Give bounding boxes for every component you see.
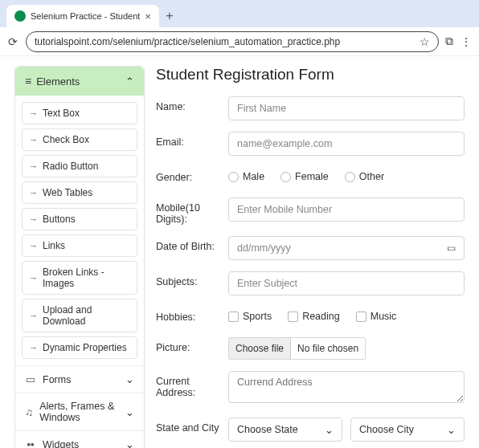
sidebar-item-text-box[interactable]: →Text Box xyxy=(22,102,137,124)
label-dob: Date of Birth: xyxy=(156,236,228,252)
chevron-up-icon: ⌃ xyxy=(125,75,134,88)
arrow-icon: → xyxy=(29,273,38,283)
extensions-icon[interactable]: ⧉ xyxy=(445,35,453,48)
chevron-down-icon: ⌄ xyxy=(325,424,334,436)
label-subjects: Subjects: xyxy=(156,271,228,287)
url-text: tutorialspoint.com/selenium/practice/sel… xyxy=(35,36,340,47)
close-icon[interactable]: × xyxy=(145,10,151,22)
label-mobile: Mobile(10 Digits): xyxy=(156,198,228,225)
sidebar-item-radio-button[interactable]: →Radio Button xyxy=(22,155,137,177)
chevron-down-icon: ⌄ xyxy=(125,406,134,418)
sidebar: ≡ Elements ⌃ →Text Box →Check Box →Radio… xyxy=(14,66,145,448)
page-title: Student Registration Form xyxy=(156,66,465,83)
radio-icon xyxy=(228,172,239,182)
browser-tab-bar: Selenium Practice - Student × + xyxy=(0,0,479,27)
city-select[interactable]: Choose City⌄ xyxy=(350,417,465,442)
radio-icon xyxy=(280,172,291,182)
label-email: Email: xyxy=(156,132,228,148)
chevron-down-icon: ⌄ xyxy=(125,373,134,385)
email-input[interactable] xyxy=(228,132,465,156)
new-tab-button[interactable]: + xyxy=(159,5,180,27)
address-bar: ⟳ tutorialspoint.com/selenium/practice/s… xyxy=(0,27,479,56)
mobile-input[interactable] xyxy=(228,198,465,222)
checkbox-icon xyxy=(356,312,366,322)
bell-icon: ♫ xyxy=(25,406,33,418)
sidebar-items: →Text Box →Check Box →Radio Button →Web … xyxy=(15,96,144,365)
sidebar-item-web-tables[interactable]: →Web Tables xyxy=(22,181,137,204)
arrow-icon: → xyxy=(29,214,38,224)
sidebar-section-widgets[interactable]: ▪▪Widgets ⌄ xyxy=(15,430,144,448)
url-field[interactable]: tutorialspoint.com/selenium/practice/sel… xyxy=(26,31,439,52)
choose-file-button[interactable]: Choose file xyxy=(229,338,291,359)
label-state-city: State and City xyxy=(156,417,228,434)
name-input[interactable] xyxy=(228,96,465,120)
menu-icon[interactable]: ⋮ xyxy=(460,35,473,48)
calendar-icon: ▭ xyxy=(447,242,456,254)
label-picture: Picture: xyxy=(156,337,228,353)
sidebar-section-alerts[interactable]: ♫Alerts, Frames & Windows ⌄ xyxy=(15,393,144,430)
sidebar-item-buttons[interactable]: →Buttons xyxy=(22,208,137,230)
radio-other[interactable]: Other xyxy=(345,171,384,182)
sidebar-section-elements[interactable]: ≡ Elements ⌃ xyxy=(15,67,144,96)
label-hobbies: Hobbies: xyxy=(156,307,228,323)
label-name: Name: xyxy=(156,96,228,112)
checkbox-music[interactable]: Music xyxy=(356,311,397,322)
sidebar-header-label: Elements xyxy=(36,75,80,88)
checkbox-icon xyxy=(288,312,298,322)
sidebar-item-check-box[interactable]: →Check Box xyxy=(22,128,137,151)
arrow-icon: → xyxy=(29,311,38,320)
address-input[interactable] xyxy=(228,371,465,403)
favicon-icon xyxy=(14,10,26,22)
sidebar-section-forms[interactable]: ▭Forms ⌄ xyxy=(15,365,144,393)
checkbox-reading[interactable]: Reading xyxy=(288,311,340,322)
browser-tab[interactable]: Selenium Practice - Student × xyxy=(6,5,159,27)
bookmark-icon[interactable]: ☆ xyxy=(420,35,430,48)
state-select[interactable]: Choose State⌄ xyxy=(228,417,342,442)
arrow-icon: → xyxy=(29,135,38,145)
subjects-input[interactable] xyxy=(228,271,465,295)
widgets-icon: ▪▪ xyxy=(25,438,36,448)
radio-female[interactable]: Female xyxy=(280,171,329,182)
chevron-down-icon: ⌄ xyxy=(125,438,134,448)
checkbox-sports[interactable]: Sports xyxy=(228,311,272,322)
sidebar-item-broken-links[interactable]: →Broken Links - Images xyxy=(22,261,137,295)
file-input[interactable]: Choose fileNo file chosen xyxy=(228,337,366,360)
arrow-icon: → xyxy=(29,241,38,250)
arrow-icon: → xyxy=(29,343,38,352)
arrow-icon: → xyxy=(29,161,38,171)
sidebar-item-dynamic-properties[interactable]: →Dynamic Properties xyxy=(22,336,137,359)
chevron-down-icon: ⌄ xyxy=(447,424,456,436)
hamburger-icon: ≡ xyxy=(25,75,31,88)
arrow-icon: → xyxy=(29,188,38,198)
forms-icon: ▭ xyxy=(25,373,36,385)
checkbox-icon xyxy=(228,312,239,322)
tab-title: Selenium Practice - Student xyxy=(31,11,140,21)
reload-icon[interactable]: ⟳ xyxy=(6,35,19,48)
arrow-icon: → xyxy=(29,108,38,118)
dob-input[interactable]: dd/mm/yyyy▭ xyxy=(228,236,465,260)
radio-male[interactable]: Male xyxy=(228,171,264,182)
label-address: Current Address: xyxy=(156,371,228,398)
file-status: No file chosen xyxy=(291,338,365,359)
main-content: Student Registration Form Name: Email: G… xyxy=(156,66,465,448)
label-gender: Gender: xyxy=(156,167,228,183)
radio-icon xyxy=(345,172,355,182)
sidebar-item-upload-download[interactable]: →Upload and Download xyxy=(22,299,137,332)
sidebar-item-links[interactable]: →Links xyxy=(22,234,137,257)
